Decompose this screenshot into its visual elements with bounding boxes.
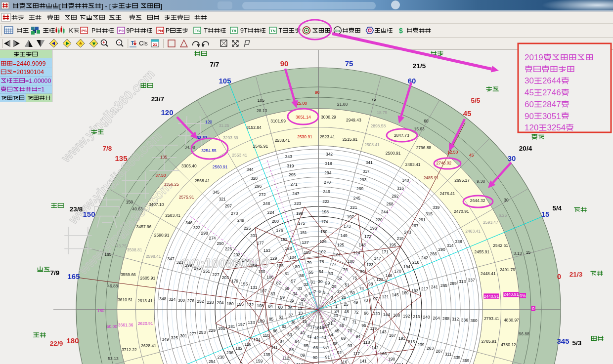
svg-text:4830.97: 4830.97 [504, 318, 519, 323]
svg-text:2593.47: 2593.47 [483, 220, 498, 225]
svg-text:322: 322 [193, 225, 200, 230]
svg-text:112: 112 [282, 356, 289, 361]
svg-text:134: 134 [254, 337, 261, 342]
svg-text:294: 294 [324, 170, 331, 175]
svg-text:159: 159 [256, 359, 263, 364]
svg-text:T: T [204, 27, 208, 34]
svg-text:60: 60 [525, 100, 534, 109]
svg-text:40: 40 [300, 330, 305, 335]
svg-text:135: 135 [263, 352, 270, 357]
svg-text:60: 60 [278, 305, 283, 310]
svg-text:360: 360 [471, 318, 478, 323]
svg-text:180: 180 [97, 308, 104, 313]
svg-text:69: 69 [341, 336, 346, 341]
svg-text:345: 345 [213, 190, 219, 195]
svg-text:50: 50 [350, 290, 355, 295]
svg-text:239: 239 [417, 342, 424, 347]
svg-text:77: 77 [332, 262, 337, 267]
svg-text:80: 80 [295, 264, 300, 269]
svg-text:312: 312 [452, 317, 459, 322]
svg-text:53.13: 53.13 [108, 356, 119, 361]
svg-text:2949.43: 2949.43 [346, 118, 361, 122]
svg-text:=1.00000: =1.00000 [25, 78, 51, 84]
svg-text:301: 301 [180, 333, 187, 338]
svg-text:272: 272 [259, 192, 266, 197]
svg-text:3: 3 [331, 295, 334, 300]
svg-text:2508.41: 2508.41 [364, 142, 380, 147]
svg-text:158: 158 [244, 342, 251, 347]
svg-text:288: 288 [442, 316, 449, 321]
svg-text:225: 225 [244, 226, 251, 231]
svg-text:150: 150 [83, 210, 95, 218]
svg-text:192: 192 [403, 314, 410, 319]
svg-text:3152.84: 3152.84 [246, 125, 262, 130]
svg-text:323: 323 [176, 260, 183, 265]
svg-text:2898.58: 2898.58 [370, 123, 386, 128]
svg-text:3559.66: 3559.66 [121, 272, 136, 277]
svg-text:320: 320 [251, 176, 258, 181]
svg-text:2553.41: 2553.41 [232, 153, 247, 158]
svg-text:194: 194 [403, 264, 410, 269]
svg-text:298: 298 [201, 231, 208, 236]
svg-text:313: 313 [459, 279, 466, 284]
svg-text:90: 90 [312, 355, 317, 360]
svg-text:23/8: 23/8 [70, 205, 83, 213]
svg-text:2605.91: 2605.91 [140, 276, 156, 281]
svg-text:265: 265 [440, 283, 447, 288]
svg-text:122: 122 [376, 277, 383, 282]
svg-text:PS: PS [82, 29, 87, 33]
svg-text:7/8: 7/8 [103, 145, 112, 152]
svg-text:15: 15 [541, 210, 550, 218]
svg-text:7/7: 7/7 [210, 61, 219, 68]
svg-text:56: 56 [299, 273, 304, 278]
svg-text:110: 110 [263, 333, 269, 338]
svg-text:25.00: 25.00 [297, 101, 307, 106]
svg-text:18: 18 [315, 325, 320, 330]
svg-text:57: 57 [291, 279, 296, 283]
svg-text:337: 337 [468, 278, 475, 283]
svg-text:21.88: 21.88 [337, 102, 348, 107]
svg-text:169: 169 [401, 290, 408, 295]
svg-text:108: 108 [257, 303, 263, 308]
svg-text:30: 30 [525, 76, 534, 85]
svg-text:2545.91: 2545.91 [253, 144, 268, 149]
svg-text:18.75: 18.75 [377, 110, 388, 115]
svg-text:266: 266 [430, 251, 437, 256]
svg-text:2515.91: 2515.91 [343, 137, 358, 142]
svg-text:120: 120 [205, 120, 212, 124]
svg-text:T: T [131, 40, 134, 46]
svg-text:226: 226 [225, 246, 232, 251]
svg-text:195: 195 [389, 243, 396, 247]
svg-text:T: T [278, 27, 282, 34]
svg-text:43: 43 [321, 335, 326, 340]
svg-text:214: 214 [396, 362, 403, 364]
svg-text:54: 54 [319, 269, 324, 274]
svg-text:178: 178 [242, 258, 249, 263]
svg-text:98: 98 [368, 282, 373, 286]
svg-text:3610.51: 3610.51 [118, 297, 133, 302]
svg-text:37.50: 37.50 [155, 173, 166, 178]
svg-text:176: 176 [276, 228, 283, 233]
svg-text:203: 203 [222, 275, 229, 280]
svg-text:23: 23 [333, 313, 338, 318]
svg-text:3.13: 3.13 [514, 251, 522, 256]
svg-text:290: 290 [438, 247, 445, 252]
svg-text:TN: TN [270, 29, 276, 33]
svg-text:20/4: 20/4 [519, 145, 532, 152]
svg-text:325: 325 [171, 335, 178, 340]
svg-text:125: 125 [337, 243, 344, 247]
svg-text:$: $ [399, 27, 403, 35]
svg-text:3712.22: 3712.22 [122, 347, 137, 352]
svg-text:62: 62 [282, 324, 287, 329]
svg-text:75: 75 [371, 97, 376, 102]
svg-text:113: 113 [296, 362, 303, 364]
svg-text:317: 317 [362, 169, 369, 174]
svg-text:107: 107 [260, 288, 267, 293]
svg-text:23/7: 23/7 [151, 95, 164, 103]
svg-text:179: 179 [231, 279, 238, 283]
svg-text:135: 135 [115, 154, 127, 162]
svg-text:119: 119 [370, 326, 377, 331]
svg-text:72: 72 [354, 310, 359, 315]
svg-text:221: 221 [350, 205, 357, 210]
svg-text:293: 293 [359, 177, 366, 182]
